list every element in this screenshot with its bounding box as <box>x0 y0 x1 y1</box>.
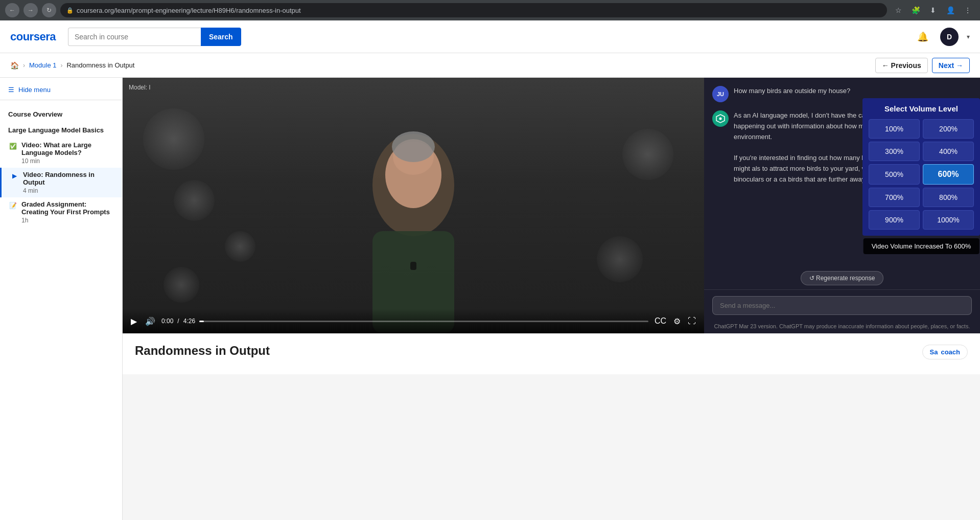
sidebar: ☰ Hide menu Course Overview Large Langua… <box>0 78 123 520</box>
url-text: coursera.org/learn/prompt-engineering/le… <box>77 7 301 14</box>
bokeh-6 <box>164 267 199 303</box>
breadcrumb-sep-1: › <box>23 62 25 69</box>
chat-regenerate: ↺ Regenerate response <box>704 267 980 289</box>
user-message-text: How many birds are outside my house? <box>734 86 972 97</box>
chat-input[interactable] <box>712 296 972 315</box>
svg-point-4 <box>392 131 435 162</box>
model-label: Model: I <box>129 84 151 91</box>
search-input[interactable] <box>68 28 201 46</box>
video-wrapper: Model: I ▶ 🔊 0:00 / 4:26 CC ⚙ ⛶ <box>123 78 704 333</box>
sidebar-item-label-2: Graded Assignment: <box>21 200 86 208</box>
top-nav: coursera Search 🔔 D ▾ <box>0 20 980 53</box>
volume-900[interactable]: 900% <box>869 210 920 230</box>
settings-button[interactable]: ⚙ <box>671 314 683 328</box>
volume-button[interactable]: 🔊 <box>143 314 157 328</box>
next-button[interactable]: Next → <box>932 58 970 73</box>
video-player[interactable]: Model: I <box>123 78 704 333</box>
sa-label: Sa <box>930 348 938 356</box>
video-controls: ▶ 🔊 0:00 / 4:26 CC ⚙ ⛶ <box>123 309 704 333</box>
back-button[interactable]: ← <box>5 3 19 17</box>
sidebar-item-title-0: Video: What are Large Language Models? <box>21 141 114 156</box>
breadcrumb-home[interactable]: 🏠 <box>10 61 19 70</box>
coach-label: coach <box>941 348 960 356</box>
notification-icon: 🔔 <box>917 31 928 42</box>
sidebar-item-title-1: Video: Randomness in Output <box>23 171 114 186</box>
svg-rect-5 <box>410 262 416 270</box>
url-bar[interactable]: 🔒 coursera.org/learn/prompt-engineering/… <box>60 3 887 17</box>
volume-100[interactable]: 100% <box>869 119 920 139</box>
coach-button[interactable]: Sa coach <box>922 345 968 359</box>
graded-icon: 📝 <box>8 201 17 210</box>
extensions-button[interactable]: 🧩 <box>908 3 923 17</box>
sidebar-item-0[interactable]: ✅ Video: What are Large Language Models?… <box>0 138 122 168</box>
video-person <box>123 78 704 333</box>
svg-point-7 <box>719 118 722 120</box>
sidebar-item-content-2: Graded Assignment: Creating Your First P… <box>21 200 114 224</box>
search-button[interactable]: Search <box>201 28 241 46</box>
openai-icon <box>716 114 725 123</box>
volume-400[interactable]: 400% <box>923 142 974 161</box>
check-icon: ✅ <box>8 142 17 151</box>
sidebar-item-meta-2: 1h <box>21 217 114 224</box>
profile-button[interactable]: 👤 <box>943 3 958 17</box>
breadcrumb-bar: 🏠 › Module 1 › Randomness in Output ← Pr… <box>0 53 980 78</box>
sidebar-item-label-0: Video: <box>21 141 42 149</box>
bokeh-1 <box>143 108 204 170</box>
prev-button[interactable]: ← Previous <box>875 58 928 73</box>
play-icon: ▶ <box>10 171 19 180</box>
sidebar-item-meta-1: 4 min <box>23 187 114 194</box>
sidebar-course-overview[interactable]: Course Overview <box>0 106 122 122</box>
content-area: Model: I ▶ 🔊 0:00 / 4:26 CC ⚙ ⛶ <box>123 78 980 520</box>
bokeh-4 <box>225 231 255 262</box>
captions-button[interactable]: CC <box>652 314 668 328</box>
user-avatar: JU <box>712 86 729 102</box>
chat-input-area <box>704 289 980 321</box>
video-separator: / <box>177 318 179 325</box>
coursera-logo[interactable]: coursera <box>10 30 56 43</box>
volume-300[interactable]: 300% <box>869 142 920 161</box>
avatar-button[interactable]: D <box>940 28 959 46</box>
nav-buttons: ← Previous Next → <box>875 58 970 73</box>
video-ctrl-right: CC ⚙ ⛶ <box>652 314 698 328</box>
breadcrumb-module[interactable]: Module 1 <box>29 61 56 69</box>
fullscreen-button[interactable]: ⛶ <box>686 314 698 328</box>
main-layout: ☰ Hide menu Course Overview Large Langua… <box>0 78 980 520</box>
sidebar-item-title-2: Graded Assignment: Creating Your First P… <box>21 200 114 216</box>
hide-menu-button[interactable]: ☰ Hide menu <box>0 86 122 100</box>
sidebar-item-2[interactable]: 📝 Graded Assignment: Creating Your First… <box>0 197 122 227</box>
top-nav-right: 🔔 D ▾ <box>914 28 970 46</box>
volume-overlay-title: Select Volume Level <box>869 104 974 113</box>
notification-button[interactable]: 🔔 <box>914 28 932 46</box>
volume-600[interactable]: 600% <box>923 164 974 185</box>
video-total-time: 4:26 <box>183 318 195 325</box>
sidebar-item-name-2: Creating Your First Prompts <box>21 208 110 216</box>
avatar-dropdown-arrow[interactable]: ▾ <box>967 33 970 40</box>
chat-panel: JU How many birds are outside my house? <box>704 78 980 333</box>
play-pause-button[interactable]: ▶ <box>129 314 139 328</box>
volume-1000[interactable]: 1000% <box>923 210 974 230</box>
volume-200[interactable]: 200% <box>923 119 974 139</box>
video-progress-fill <box>199 321 204 322</box>
volume-500[interactable]: 500% <box>869 164 920 185</box>
menu-button[interactable]: ⋮ <box>961 3 975 17</box>
volume-800[interactable]: 800% <box>923 188 974 207</box>
regenerate-button[interactable]: ↺ Regenerate response <box>801 271 884 285</box>
sidebar-item-label-1: Video: <box>23 171 43 178</box>
sidebar-item-1[interactable]: ▶ Video: Randomness in Output 4 min <box>0 168 122 197</box>
sidebar-section-title: Large Language Model Basics <box>0 122 122 138</box>
volume-700[interactable]: 700% <box>869 188 920 207</box>
download-button[interactable]: ⬇ <box>926 3 940 17</box>
chat-disclaimer: ChatGPT Mar 23 version. ChatGPT may prod… <box>704 321 980 333</box>
search-container: Search <box>68 28 241 46</box>
video-current-time: 0:00 <box>161 318 173 325</box>
volume-overlay: Select Volume Level 100% 200% 300% 400% … <box>862 98 980 236</box>
forward-button[interactable]: → <box>24 3 38 17</box>
video-progress-bar[interactable] <box>199 321 648 322</box>
volume-grid: 100% 200% 300% 400% 500% 600% 700% 800% … <box>869 119 974 230</box>
bokeh-5 <box>597 236 643 282</box>
reload-button[interactable]: ↻ <box>42 3 56 17</box>
hide-menu-label: Hide menu <box>18 86 51 94</box>
breadcrumb-current: Randomness in Output <box>66 61 134 69</box>
bottom-section: Randomness in Output Sa coach <box>123 333 980 374</box>
bookmark-button[interactable]: ☆ <box>891 3 905 17</box>
